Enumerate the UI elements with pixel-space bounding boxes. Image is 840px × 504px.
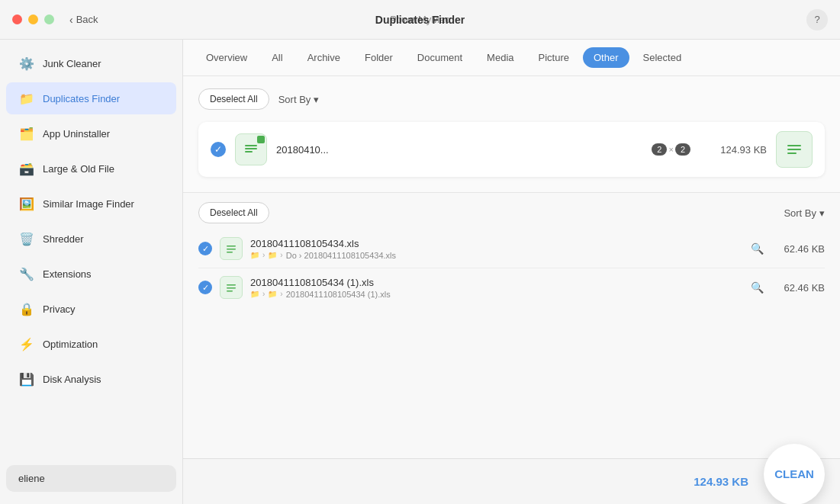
- minimize-button[interactable]: [28, 14, 38, 24]
- chevron-left-icon: ‹: [69, 14, 73, 26]
- svg-rect-10: [227, 249, 236, 250]
- dup-checkbox[interactable]: ✓: [198, 242, 212, 255]
- top-section: Deselect All Sort By ▾ ✓: [183, 76, 840, 183]
- tab-selected[interactable]: Selected: [632, 47, 693, 68]
- close-button[interactable]: [12, 14, 22, 24]
- traffic-lights: [12, 14, 54, 24]
- tab-archive[interactable]: Archive: [297, 47, 351, 68]
- sidebar-label: Disk Analysis: [43, 374, 101, 385]
- top-toolbar: Deselect All Sort By ▾: [198, 88, 825, 110]
- dup-sort-label: Sort By: [784, 207, 816, 219]
- file-checkbox[interactable]: ✓: [211, 142, 226, 157]
- sidebar-item-duplicates-finder[interactable]: 📁 Duplicates Finder: [6, 82, 176, 114]
- folder-icon: 📁: [250, 290, 259, 298]
- sidebar-label: Large & Old File: [43, 163, 114, 175]
- tab-media[interactable]: Media: [476, 47, 524, 68]
- sidebar-label: Extensions: [43, 268, 92, 280]
- sort-by-label: Sort By: [278, 94, 311, 105]
- sort-by-button[interactable]: Sort By ▾: [278, 94, 320, 105]
- privacy-icon: 🔒: [18, 300, 35, 317]
- dup-size: 62.46 KB: [771, 243, 825, 255]
- clean-button[interactable]: CLEAN: [764, 444, 825, 505]
- chevron-down-icon: ▾: [314, 94, 319, 105]
- path-text: Do › 20180411108105434.xls: [286, 251, 396, 260]
- folder-icon-2: 📁: [268, 290, 277, 298]
- sidebar-item-disk-analysis[interactable]: 💾 Disk Analysis: [6, 363, 176, 395]
- badge-count1: 2: [652, 143, 667, 156]
- similar-image-icon: 🖼️: [18, 195, 35, 212]
- svg-rect-14: [227, 287, 236, 289]
- disk-analysis-icon: 💾: [18, 371, 35, 387]
- path-text: 20180411108105434 (1).xls: [286, 290, 391, 299]
- tab-other[interactable]: Other: [583, 47, 629, 68]
- sidebar-item-junk-cleaner[interactable]: ⚙️ Junk Cleaner: [6, 47, 176, 79]
- duplicates-toolbar: Deselect All Sort By ▾: [183, 193, 840, 230]
- dup-chevron-down-icon: ▾: [819, 207, 825, 219]
- sidebar-label: Junk Cleaner: [43, 58, 101, 69]
- sidebar-item-similar-image-finder[interactable]: 🖼️ Similar Image Finder: [6, 188, 176, 220]
- sidebar-label: Similar Image Finder: [43, 198, 134, 210]
- optimization-icon: ⚡: [18, 335, 35, 352]
- sidebar-item-large-old-file[interactable]: 🗃️ Large & Old File: [6, 152, 176, 185]
- svg-rect-11: [227, 252, 233, 253]
- tab-overview[interactable]: Overview: [195, 47, 258, 68]
- dup-path: 📁 › 📁 › 20180411108105434 (1).xls: [250, 290, 743, 299]
- total-size: 124.93 KB: [694, 475, 748, 488]
- sidebar-bottom: eliene: [0, 459, 182, 498]
- main-layout: ⚙️ Junk Cleaner 📁 Duplicates Finder 🗂️ A…: [0, 40, 840, 504]
- back-label: Back: [76, 14, 98, 25]
- svg-rect-1: [245, 145, 257, 146]
- back-button[interactable]: ‹ Back: [69, 14, 98, 26]
- junk-cleaner-icon: ⚙️: [18, 55, 35, 72]
- duplicates-panel: Deselect All Sort By ▾ ✓: [183, 192, 840, 458]
- dup-size: 62.46 KB: [771, 282, 825, 294]
- maximize-button[interactable]: [44, 14, 54, 24]
- duplicates-list: ✓ 20180411108105434.xls: [183, 230, 840, 458]
- svg-rect-3: [245, 151, 253, 152]
- footer: 124.93 KB CLEAN: [183, 458, 840, 504]
- dup-path: 📁 › 📁 › Do › 20180411108105434.xls: [250, 251, 743, 260]
- duplicates-finder-icon: 📁: [18, 90, 35, 107]
- search-icon[interactable]: 🔍: [751, 242, 764, 255]
- svg-rect-6: [787, 149, 801, 150]
- sidebar-item-privacy[interactable]: 🔒 Privacy: [6, 293, 176, 325]
- dup-deselect-all-button[interactable]: Deselect All: [198, 202, 269, 223]
- folder-icon: 📁: [250, 251, 259, 259]
- dup-filename: 20180411108105434.xls: [250, 238, 743, 249]
- sidebar-item-extensions[interactable]: 🔧 Extensions: [6, 258, 176, 290]
- sidebar-label: Privacy: [43, 303, 76, 315]
- badge-group: 2 × 2: [652, 143, 690, 156]
- tab-document[interactable]: Document: [407, 47, 473, 68]
- dup-file-icon: [220, 237, 243, 260]
- help-button[interactable]: ?: [806, 9, 828, 30]
- sidebar-label: Duplicates Finder: [43, 93, 120, 104]
- list-item: ✓ 20180411108105434.xls: [198, 230, 825, 268]
- large-old-file-icon: 🗃️: [18, 160, 35, 177]
- tab-picture[interactable]: Picture: [528, 47, 580, 68]
- svg-rect-7: [787, 152, 797, 154]
- search-icon[interactable]: 🔍: [751, 281, 764, 294]
- sidebar-item-shredder[interactable]: 🗑️ Shredder: [6, 223, 176, 255]
- sidebar-item-app-uninstaller[interactable]: 🗂️ App Uninstaller: [6, 117, 176, 149]
- svg-rect-2: [245, 148, 257, 149]
- sidebar-label: Optimization: [43, 339, 98, 350]
- file-preview-icon: [776, 131, 813, 168]
- tab-bar: Overview All Archive Folder Document Med…: [183, 40, 840, 76]
- file-icon: [235, 133, 267, 165]
- dup-checkbox[interactable]: ✓: [198, 281, 212, 294]
- svg-rect-9: [227, 246, 236, 247]
- content-area: Overview All Archive Folder Document Med…: [183, 40, 840, 504]
- dup-filename: 20180411108105434 (1).xls: [250, 277, 743, 288]
- tab-all[interactable]: All: [261, 47, 293, 68]
- svg-rect-15: [227, 291, 233, 292]
- sidebar-item-optimization[interactable]: ⚡ Optimization: [6, 328, 176, 360]
- dup-sort-by-button[interactable]: Sort By ▾: [784, 207, 825, 219]
- user-button[interactable]: eliene: [6, 465, 176, 492]
- titlebar: ‹ Back PowerMyMac Duplicates Finder ?: [0, 0, 840, 40]
- dup-file-icon: [220, 276, 243, 299]
- sidebar-label: Shredder: [43, 233, 83, 245]
- svg-rect-5: [787, 145, 801, 146]
- page-title: Duplicates Finder: [375, 14, 465, 26]
- deselect-all-button[interactable]: Deselect All: [198, 88, 269, 110]
- tab-folder[interactable]: Folder: [354, 47, 404, 68]
